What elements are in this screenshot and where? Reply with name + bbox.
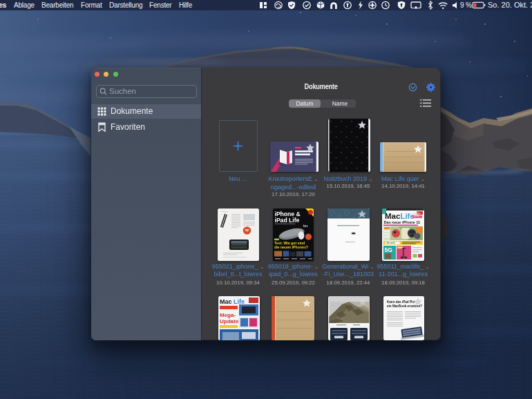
svg-text:Mac Life: Mac Life [220, 298, 245, 305]
svg-text:Mega-: Mega- [220, 312, 236, 318]
svg-text:Update!: Update! [220, 318, 240, 324]
svg-text:Das neue iPhone 11: Das neue iPhone 11 [384, 220, 421, 224]
svg-text:MacLife: MacLife [385, 212, 415, 220]
svg-text:Arcade: Arcade [387, 242, 395, 244]
svg-text:Kann das iPad Pro: Kann das iPad Pro [387, 300, 415, 304]
svg-text:tv+: tv+ [303, 224, 308, 228]
svg-text:ein MacBook ersetzen?: ein MacBook ersetzen? [387, 304, 422, 308]
svg-text:die neuen iPhones?: die neuen iPhones? [274, 245, 308, 249]
svg-text:5G: 5G [385, 246, 393, 253]
svg-text:iPad Life: iPad Life [274, 217, 299, 224]
